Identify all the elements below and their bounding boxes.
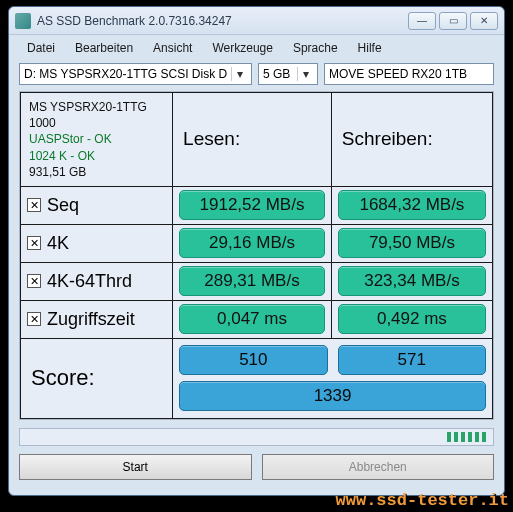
test-label: Seq [47,195,79,216]
score-box: 510 571 1339 [173,341,492,415]
col-read: Lesen: [173,122,331,156]
abort-button: Abbrechen [262,454,495,480]
checkbox-4k64[interactable]: ✕ [27,274,41,288]
4k-write: 79,50 MB/s [338,228,486,258]
seq-read: 1912,52 MB/s [179,190,325,220]
maximize-button[interactable]: ▭ [439,12,467,30]
score-label: Score: [21,361,172,395]
size-select-value: 5 GB [263,67,293,81]
drive-info: MS YSPSRX20-1TTG 1000 UASPStor - OK 1024… [21,93,172,186]
drive-driver: UASPStor - OK [29,131,164,147]
name-input-value: MOVE SPEED RX20 1TB [329,67,489,81]
menubar: Datei Bearbeiten Ansicht Werkzeuge Sprac… [9,35,504,63]
test-label: Zugriffszeit [47,309,135,330]
progress-bar [19,428,494,446]
4k64-read: 289,31 MB/s [179,266,325,296]
menu-ansicht[interactable]: Ansicht [145,39,200,57]
4k-read: 29,16 MB/s [179,228,325,258]
menu-datei[interactable]: Datei [19,39,63,57]
menu-hilfe[interactable]: Hilfe [350,39,390,57]
selector-row: D: MS YSPSRX20-1TTG SCSI Disk Device ▾ 5… [9,63,504,91]
window-title: AS SSD Benchmark 2.0.7316.34247 [37,14,408,28]
checkbox-4k[interactable]: ✕ [27,236,41,250]
score-read: 510 [179,345,327,375]
minimize-button[interactable]: — [408,12,436,30]
drive-capacity: 931,51 GB [29,164,164,180]
drive-model: MS YSPSRX20-1TTG [29,99,164,115]
checkbox-seq[interactable]: ✕ [27,198,41,212]
menu-bearbeiten[interactable]: Bearbeiten [67,39,141,57]
score-total: 1339 [179,381,486,411]
acc-read: 0,047 ms [179,304,325,334]
menu-werkzeuge[interactable]: Werkzeuge [204,39,280,57]
4k64-write: 323,34 MB/s [338,266,486,296]
chevron-down-icon: ▾ [231,67,247,81]
watermark: www.ssd-tester.it [336,491,509,510]
acc-write: 0,492 ms [338,304,486,334]
score-write: 571 [338,345,486,375]
test-label: 4K [47,233,69,254]
seq-write: 1684,32 MB/s [338,190,486,220]
titlebar: AS SSD Benchmark 2.0.7316.34247 — ▭ ✕ [9,7,504,35]
app-icon [15,13,31,29]
results-panel: MS YSPSRX20-1TTG 1000 UASPStor - OK 1024… [19,91,494,420]
name-input[interactable]: MOVE SPEED RX20 1TB [324,63,494,85]
start-button[interactable]: Start [19,454,252,480]
checkbox-acc[interactable]: ✕ [27,312,41,326]
app-window: AS SSD Benchmark 2.0.7316.34247 — ▭ ✕ Da… [8,6,505,496]
drive-fw: 1000 [29,115,164,131]
col-write: Schreiben: [332,122,492,156]
drive-select[interactable]: D: MS YSPSRX20-1TTG SCSI Disk Device ▾ [19,63,252,85]
menu-sprache[interactable]: Sprache [285,39,346,57]
drive-select-value: D: MS YSPSRX20-1TTG SCSI Disk Device [24,67,227,81]
drive-align: 1024 K - OK [29,148,164,164]
size-select[interactable]: 5 GB ▾ [258,63,318,85]
chevron-down-icon: ▾ [297,67,313,81]
test-label: 4K-64Thrd [47,271,132,292]
close-button[interactable]: ✕ [470,12,498,30]
